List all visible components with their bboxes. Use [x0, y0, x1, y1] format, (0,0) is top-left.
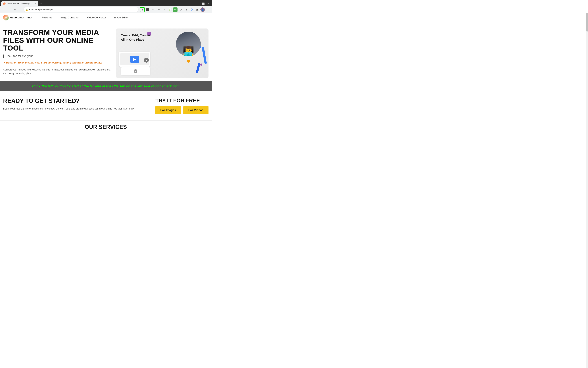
profile-avatar[interactable]: 👤 — [201, 8, 205, 12]
logo-icon: M — [3, 15, 9, 20]
refresh-button[interactable]: ↻ — [12, 7, 17, 12]
edit-button[interactable]: ✏ — [156, 7, 161, 12]
layout-button[interactable]: ▣ — [195, 7, 200, 12]
hero-subtitle: One Stop for everyone — [3, 55, 113, 58]
deco-bar-blue-2 — [202, 47, 207, 64]
active-tab[interactable]: MediaCraft Pro - Free Image & V ✕ — [1, 1, 38, 6]
menu-button[interactable]: ⋮ — [205, 7, 210, 12]
hero-tagline: ✓ Best For Small Media Files. Start conv… — [3, 61, 113, 64]
bookmark-button[interactable]: ☆ — [151, 7, 156, 12]
lock-icon: 🔒 — [26, 9, 28, 11]
install-banner-text: Click "Install" button located at the fa… — [3, 84, 209, 88]
window-controls: — ⬜ ✕ — [196, 1, 210, 6]
hero-description: Convert your images and videos to variou… — [3, 68, 113, 76]
site-content: M MEDIACRAFT PRO Features Image Converte… — [0, 13, 211, 133]
nav-image-editor[interactable]: Image Editor — [110, 13, 132, 22]
tab-favicon — [3, 2, 6, 5]
nav-features[interactable]: Features — [38, 13, 56, 22]
cta-left: READY TO GET STARTED? Begin your media t… — [3, 98, 149, 114]
nav-links: Features Image Converter Video Converter… — [38, 13, 132, 22]
deco-bar-blue-3 — [196, 62, 201, 74]
fx-button[interactable]: f! — [162, 7, 167, 12]
site-logo[interactable]: M MEDIACRAFT PRO — [3, 15, 32, 20]
home-button[interactable]: ⌂ — [18, 7, 23, 12]
for-images-button[interactable]: For Images — [155, 106, 181, 114]
close-button[interactable]: ✕ — [206, 1, 210, 6]
extensions-puzzle-button[interactable]: ⬡ — [178, 7, 183, 12]
cta-buttons: For Images For Videos — [155, 106, 209, 114]
services-teaser: OUR SERVICES — [0, 120, 211, 133]
hero-photo: 👨‍💻 — [176, 32, 201, 56]
address-bar-row: ← → ↻ ⌂ 🔒 mediacraftpro.netlify.app ⬇ ⬛ … — [0, 6, 211, 13]
cta-right: TRY IT FOR FREE For Images For Videos — [155, 98, 209, 114]
cta-description: Begin your media transformation journey … — [3, 107, 149, 111]
site-nav: M MEDIACRAFT PRO Features Image Converte… — [0, 13, 211, 22]
try-title: TRY IT FOR FREE — [155, 98, 209, 104]
minimize-button[interactable]: — — [196, 1, 201, 6]
extensions-button[interactable]: ⬛ — [145, 7, 150, 12]
tab-close-button[interactable]: ✕ — [34, 2, 37, 5]
cta-title: READY TO GET STARTED? — [3, 98, 149, 104]
toolbar-right: ⬇ ⬛ ☆ ✏ f! 📊 ok ⬡ ⬇ G ▣ 👤 ⋮ — [140, 7, 210, 12]
video-cards: ▶ ▶ — [119, 52, 150, 75]
hero-section: TRANSFORM YOUR MEDIA FILES WITH OUR ONLI… — [0, 22, 211, 81]
back-button[interactable]: ← — [1, 7, 6, 12]
google-button[interactable]: G — [189, 7, 194, 12]
play-circle[interactable]: ▶ — [144, 58, 149, 63]
bottom-cta: READY TO GET STARTED? Begin your media t… — [0, 91, 211, 120]
maximize-button[interactable]: ⬜ — [201, 1, 205, 6]
hero-title: TRANSFORM YOUR MEDIA FILES WITH OUR ONLI… — [3, 28, 113, 52]
photo-inner: 👨‍💻 — [176, 32, 201, 56]
address-bar[interactable]: 🔒 mediacraftpro.netlify.app — [24, 7, 138, 12]
ok-button[interactable]: ok — [173, 8, 177, 12]
browser-chrome: MediaCraft Pro - Free Image & V ✕ + — ⬜ … — [0, 0, 211, 13]
install-banner: Click "Install" button located at the fa… — [0, 81, 211, 91]
hero-left: TRANSFORM YOUR MEDIA FILES WITH OUR ONLI… — [3, 28, 113, 78]
hero-card-text: Create, Edit, ConvertAll in One Place — [121, 33, 151, 42]
download-button[interactable]: ⬇ — [184, 7, 189, 12]
hero-illustration: Create, Edit, ConvertAll in One Place 👨‍… — [116, 28, 209, 78]
nav-video-converter[interactable]: Video Converter — [83, 13, 110, 22]
deco-dot-yellow — [187, 60, 190, 63]
video-play-icon: ▶ — [130, 56, 139, 63]
nav-image-converter[interactable]: Image Converter — [56, 13, 83, 22]
play-overlay[interactable]: ▶ — [144, 58, 149, 63]
services-title: OUR SERVICES — [3, 124, 209, 130]
deco-dot-purple-sm — [200, 64, 202, 66]
install-button[interactable]: ⬇ — [140, 7, 145, 12]
forward-button[interactable]: → — [7, 7, 12, 12]
tab-title: MediaCraft Pro - Free Image & V — [7, 3, 33, 5]
analytics-button[interactable]: 📊 — [168, 7, 173, 12]
tab-bar: MediaCraft Pro - Free Image & V ✕ + — ⬜ … — [0, 0, 211, 6]
logo-text: MEDIACRAFT PRO — [10, 16, 32, 19]
new-tab-button[interactable]: + — [39, 1, 43, 6]
for-videos-button[interactable]: For Videos — [184, 106, 209, 114]
url-text: mediacraftpro.netlify.app — [29, 8, 137, 11]
play-btn-sm: ▶ — [134, 69, 138, 73]
secondary-video-card: ▶ — [121, 67, 150, 75]
